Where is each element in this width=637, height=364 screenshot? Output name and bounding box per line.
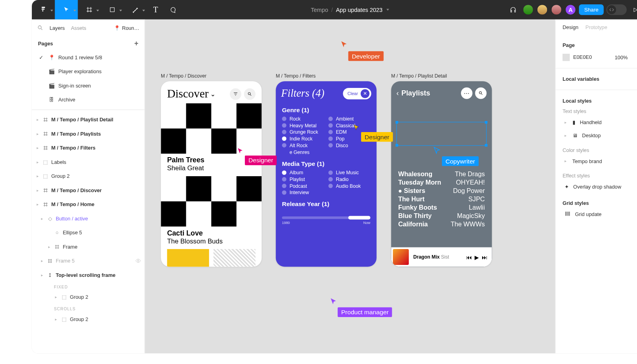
color-styles-header: Color styles (563, 146, 637, 154)
frame-label[interactable]: M / Tempo / Discover (161, 73, 206, 78)
filter-option: Playlist (282, 177, 324, 182)
effect-icon: ✦ (565, 184, 569, 190)
svg-point-1 (38, 26, 41, 29)
year-slider (282, 216, 370, 219)
rectangle-icon (109, 6, 116, 14)
track-artist: The Blossom Buds (167, 237, 256, 245)
assets-tab[interactable]: Assets (71, 25, 86, 31)
user-avatar[interactable]: A (565, 4, 576, 16)
media-type-header: Media Type (1) (282, 160, 370, 167)
shape-tool-button[interactable] (101, 0, 124, 19)
project-name: Tempo (311, 6, 328, 13)
release-year-header: Release Year (1) (282, 200, 370, 208)
track-artist: Sheila Great (167, 164, 256, 172)
page-item[interactable]: 🗄Archive (32, 93, 145, 107)
artboard-filters[interactable]: Filters (4) Clear ✕ Genre (1) RockAmbien… (276, 81, 377, 267)
genre-header: Genre (1) (282, 107, 370, 114)
main-menu-button[interactable] (32, 0, 55, 19)
pages-header: Pages (38, 41, 53, 46)
fixed-header: FIXED (32, 282, 145, 290)
layer-item[interactable]: ▸◇Button / active (32, 212, 145, 226)
collaborator-avatar[interactable] (551, 4, 562, 16)
layer-item[interactable]: ▸⬚Group 2 (32, 312, 145, 327)
layer-item[interactable]: ▸M / Tempo / Playlist Detail (32, 113, 145, 127)
prototype-tab[interactable]: Prototype (586, 25, 608, 30)
search-button (244, 88, 256, 100)
style-item[interactable]: ▸Tempo brand (563, 155, 637, 168)
toolbar: T Tempo / App updates 2023 A Share (32, 0, 637, 19)
headphones-icon (510, 6, 517, 14)
add-page-button[interactable]: + (134, 40, 138, 48)
svg-point-7 (248, 93, 250, 95)
layer-item[interactable]: ▸⬚Labels (32, 155, 145, 169)
present-button[interactable] (629, 0, 637, 19)
page-selector[interactable]: 📍 Roun… (114, 25, 139, 31)
design-tab[interactable]: Design (563, 25, 578, 30)
layers-tab[interactable]: Layers (49, 25, 64, 31)
filter-option: Rock (282, 116, 324, 121)
comment-tool-button[interactable] (164, 0, 182, 19)
layer-item[interactable]: ▸Frame 5 (32, 254, 145, 268)
chevron-down-icon: ⌄ (210, 91, 215, 98)
canvas[interactable]: M / Tempo / Discover M / Tempo / Filters… (145, 19, 555, 353)
filter-button (230, 88, 241, 100)
layer-item[interactable]: ▸M / Tempo / Discover (32, 183, 145, 198)
share-button[interactable]: Share (579, 4, 604, 15)
cursor-pm: Product manager (330, 298, 338, 306)
layer-item[interactable]: ○Ellipse 5 (32, 226, 145, 240)
scrolls-header: SCROLLS (32, 304, 145, 312)
playlist-row: WhalesongThe Drags (398, 170, 485, 177)
collaborator-avatar[interactable] (537, 4, 548, 16)
file-title[interactable]: Tempo / App updates 2023 (311, 6, 389, 13)
layer-item[interactable]: ▸M / Tempo / Filters (32, 141, 145, 155)
dev-mode-toggle[interactable] (606, 4, 627, 15)
playlist-row: CaliforniaThe WWWs (398, 221, 485, 228)
layer-item[interactable]: ▸Top-level scrolling frame (32, 268, 145, 282)
artboard-playlist[interactable]: ‹ Playlists ⋯ WhalesongThe DragsTuesday … (391, 81, 492, 267)
filter-option: Alt Rock (282, 143, 324, 148)
frame-label[interactable]: M / Tempo / Playlist Detail (391, 73, 447, 78)
layer-item[interactable]: ▸⬚Group 2 (32, 169, 145, 183)
page-item[interactable]: ✓📍Round 1 review 5/8 (32, 51, 145, 65)
playlist-row: Funky BootsLawlii (398, 204, 485, 211)
audio-button[interactable] (506, 0, 520, 19)
text-styles-header: Text styles (563, 107, 637, 116)
frame-label[interactable]: M / Tempo / Filters (276, 73, 316, 78)
move-tool-button[interactable] (55, 0, 78, 19)
page-section-header: Page (563, 43, 575, 48)
filter-option: Heavy Metal (282, 123, 324, 128)
pen-tool-button[interactable] (124, 0, 147, 19)
frame-tool-button[interactable] (78, 0, 101, 19)
search-icon[interactable] (37, 25, 43, 32)
artboard-discover[interactable]: Discover ⌄ Palm Trees Sheila Great C (161, 81, 262, 267)
layer-item[interactable]: ▸⬚Group 2 (32, 290, 145, 304)
desktop-icon: 🖥 (573, 133, 578, 138)
right-panel: Design Prototype Page E0E0E0 100% Local … (555, 19, 637, 353)
page-color[interactable]: E0E0E0 (563, 54, 592, 61)
filter-option: Interview (282, 190, 324, 195)
selection-box (397, 122, 487, 146)
album-art (161, 103, 262, 154)
code-icon (609, 7, 614, 12)
more-button: ⋯ (461, 88, 473, 99)
text-tool-button[interactable]: T (147, 0, 164, 19)
page-item[interactable]: 🎬Player explorations (32, 64, 145, 79)
pen-icon (132, 6, 139, 14)
cursor-icon (63, 6, 70, 14)
filter-option: Audio Book (328, 183, 370, 189)
style-item[interactable]: ▸🖥Desktop (563, 129, 637, 142)
cursor-developer: Developer (340, 41, 348, 49)
playlists-title: Playlists (401, 89, 430, 97)
layer-item[interactable]: ▸M / Tempo / Home (32, 197, 145, 212)
filter-option: Disco (328, 143, 370, 148)
collaborator-avatar[interactable] (522, 4, 534, 16)
layer-item[interactable]: ▸M / Tempo / Playlists (32, 127, 145, 141)
style-item[interactable]: ▸▮Handheld (563, 116, 637, 129)
filter-option: Pop (328, 136, 370, 141)
style-item[interactable]: Grid update (563, 208, 637, 221)
page-item[interactable]: 🎬Sign-in screen (32, 79, 145, 93)
layer-item[interactable]: ▸Frame (32, 240, 145, 254)
track-title: Cacti Love (167, 229, 256, 237)
filter-option: Ambient (328, 116, 370, 121)
style-item[interactable]: ✦Overlay drop shadow (563, 180, 637, 193)
